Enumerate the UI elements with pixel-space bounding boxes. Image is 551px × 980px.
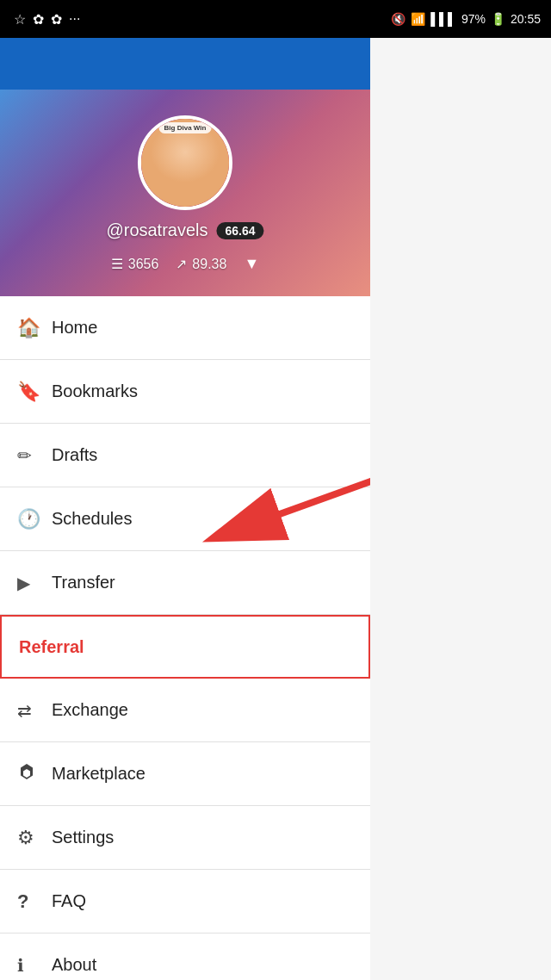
faq-icon: ? xyxy=(17,890,52,913)
sidebar-item-home[interactable]: 🏠 Home xyxy=(0,296,370,360)
sidebar-item-referral[interactable]: Referral xyxy=(0,615,370,679)
status-bar: ☆ ✿ ✿ ··· 🔇 📶 ▌▌▌ 97% 🔋 20:55 xyxy=(0,0,551,38)
profile-section: Big Diva Win @rosatravels 66.64 ☰ 3656 ↗… xyxy=(0,90,370,296)
sidebar-item-marketplace[interactable]: Marketplace xyxy=(0,742,370,806)
app-icon-more: ··· xyxy=(69,11,80,27)
profile-stats-row: ☰ 3656 ↗ 89.38 ▼ xyxy=(111,255,259,273)
profile-dropdown-icon[interactable]: ▼ xyxy=(244,255,259,273)
drafts-icon: ✏ xyxy=(17,445,52,466)
home-icon: 🏠 xyxy=(17,317,52,339)
app-icon-1: ☆ xyxy=(14,11,26,28)
schedules-icon: 🕐 xyxy=(17,508,52,530)
sidebar-item-label: Home xyxy=(52,318,97,338)
sidebar-item-label: Settings xyxy=(52,828,114,847)
profile-reputation-badge: 66.64 xyxy=(217,222,264,239)
sidebar-item-drafts[interactable]: ✏ Drafts xyxy=(0,424,370,487)
reputation-value: 89.38 xyxy=(192,257,226,272)
sidebar-item-transfer[interactable]: ▶ Transfer xyxy=(0,551,370,615)
profile-username: @rosatravels xyxy=(106,220,207,240)
sidebar-item-label: Marketplace xyxy=(52,764,145,784)
battery-icon: 🔋 xyxy=(491,12,505,26)
time: 20:55 xyxy=(511,12,541,26)
reputation-icon: ↗ xyxy=(176,256,187,272)
signal-icon: ▌▌▌ xyxy=(430,12,456,26)
avatar-label: Big Diva Win xyxy=(159,122,212,133)
bookmarks-icon: 🔖 xyxy=(17,381,52,403)
sidebar-item-label: Bookmarks xyxy=(52,381,138,401)
menu-area: 🏠 Home 🔖 Bookmarks ✏ Drafts 🕐 Schedules … xyxy=(0,296,370,980)
right-panel xyxy=(370,38,551,980)
app-icon-2: ✿ xyxy=(33,11,44,28)
wifi-icon: 📶 xyxy=(411,12,425,26)
status-bar-left: ☆ ✿ ✿ ··· xyxy=(14,11,80,28)
sidebar-item-label: Referral xyxy=(19,637,84,657)
profile-posts-stat: ☰ 3656 xyxy=(111,256,159,272)
profile-reputation-stat: ↗ 89.38 xyxy=(176,256,226,272)
sidebar-item-label: About xyxy=(52,955,96,975)
posts-icon: ☰ xyxy=(111,256,123,272)
sidebar-item-about[interactable]: ℹ About xyxy=(0,933,370,980)
sidebar-item-label: Drafts xyxy=(52,445,97,465)
battery-percent: 97% xyxy=(461,12,486,26)
sidebar-item-label: Transfer xyxy=(52,573,115,592)
sidebar-item-schedules[interactable]: 🕐 Schedules xyxy=(0,487,370,551)
sidebar-item-label: Schedules xyxy=(52,509,132,529)
transfer-icon: ▶ xyxy=(17,573,52,593)
sidebar-item-bookmarks[interactable]: 🔖 Bookmarks xyxy=(0,360,370,424)
exchange-icon: ⇄ xyxy=(17,700,52,721)
settings-icon: ⚙ xyxy=(17,827,52,849)
sidebar-item-label: Exchange xyxy=(52,700,128,720)
left-panel: Big Diva Win @rosatravels 66.64 ☰ 3656 ↗… xyxy=(0,90,370,980)
posts-count: 3656 xyxy=(128,257,159,272)
sidebar-item-label: FAQ xyxy=(52,891,86,911)
sidebar-item-faq[interactable]: ? FAQ xyxy=(0,870,370,933)
mute-icon: 🔇 xyxy=(391,12,406,26)
about-icon: ℹ xyxy=(17,955,52,976)
avatar[interactable]: Big Diva Win xyxy=(138,115,232,210)
app-icon-3: ✿ xyxy=(51,11,62,28)
sidebar-item-settings[interactable]: ⚙ Settings xyxy=(0,806,370,870)
marketplace-icon xyxy=(17,762,52,785)
status-bar-right: 🔇 📶 ▌▌▌ 97% 🔋 20:55 xyxy=(391,12,541,26)
profile-username-row: @rosatravels 66.64 xyxy=(106,220,263,240)
sidebar-item-exchange[interactable]: ⇄ Exchange xyxy=(0,679,370,742)
